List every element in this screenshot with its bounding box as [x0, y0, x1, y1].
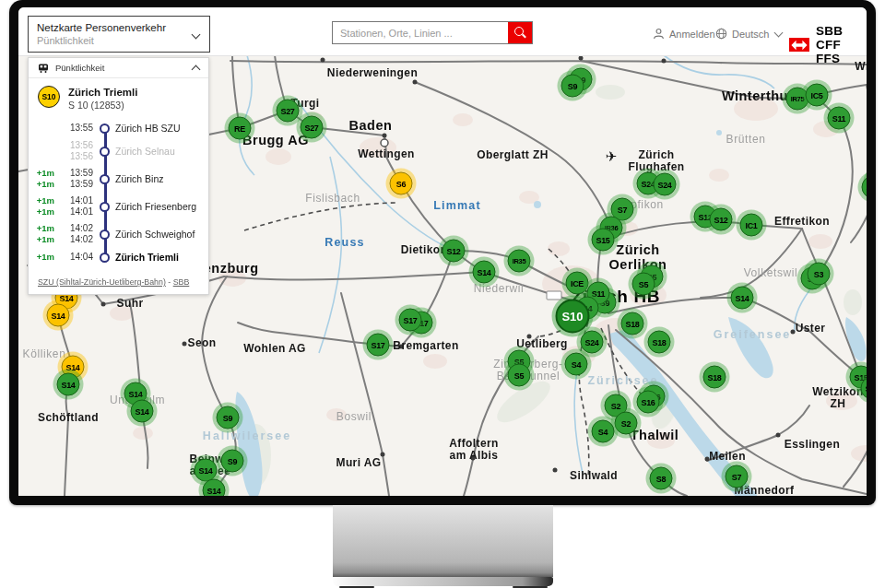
- globe-icon: [715, 28, 727, 40]
- stop-row: +1m+1m14:0214:02Zürich Schweighof: [29, 220, 208, 248]
- layer-selector-dropdown[interactable]: Netzkarte Personenverkehr Pünktlichkeit: [28, 16, 210, 53]
- chevron-down-icon: [774, 29, 784, 38]
- stop-row: +1m+1m14:0114:01Zürich Friesenberg: [29, 193, 208, 220]
- map-label: Suhr: [117, 298, 144, 310]
- map-label: Meilen: [709, 451, 746, 463]
- train-marker-s6[interactable]: S6: [390, 172, 413, 195]
- train-marker-ic5[interactable]: IC5: [806, 84, 829, 107]
- station-dot: [413, 80, 418, 85]
- map-label: Uetliberg: [516, 338, 568, 350]
- station-dot: [579, 56, 584, 61]
- map-label: Greifensee: [714, 328, 792, 341]
- map-label: Niederweningen: [327, 67, 418, 79]
- train-marker-s9[interactable]: S9: [217, 406, 240, 429]
- station-dot: [662, 59, 667, 64]
- map-label: Winterthur: [722, 88, 794, 103]
- train-marker-s2[interactable]: S2: [615, 412, 638, 435]
- train-marker-s14[interactable]: S14: [731, 287, 754, 310]
- train-marker-s11[interactable]: S11: [828, 107, 851, 130]
- sbb-flag-icon: [789, 38, 809, 52]
- train-marker-s10[interactable]: S10: [556, 300, 590, 334]
- train-marker-s5[interactable]: S5: [632, 273, 655, 296]
- sbb-wordmark: SBB CFF FFS: [816, 24, 867, 65]
- stop-name: Zürich Triemli: [115, 252, 208, 263]
- login-label: Anmelden: [669, 29, 715, 40]
- sbb-logo[interactable]: SBB CFF FFS: [789, 24, 867, 65]
- footer-separator: -: [166, 277, 173, 287]
- stop-node: [93, 174, 115, 184]
- panel-header-label: Pünktlichkeit: [55, 63, 186, 73]
- train-marker-s14[interactable]: S14: [473, 261, 496, 284]
- train-marker-s9[interactable]: S9: [561, 75, 584, 98]
- train-marker-s5[interactable]: S5: [508, 364, 531, 387]
- train-marker-s4[interactable]: S4: [565, 353, 588, 376]
- map-label: Effretikon: [774, 216, 830, 228]
- sbb-link[interactable]: SBB: [173, 277, 190, 287]
- station-dot: [321, 58, 325, 63]
- stop-list: 13:55Zürich HB SZU13:5613:56Zürich Selna…: [29, 115, 208, 266]
- train-icon: [38, 64, 49, 73]
- train-marker-s4[interactable]: S4: [592, 420, 615, 443]
- train-marker-s7[interactable]: S7: [726, 465, 749, 488]
- chevron-up-icon[interactable]: [192, 65, 201, 74]
- map-label: Wetzikon ZH: [812, 386, 864, 410]
- train-marker-s15[interactable]: S15: [592, 229, 615, 252]
- stop-name: Zürich HB SZU: [115, 123, 208, 134]
- stop-name: Zürich Friesenberg: [115, 201, 208, 212]
- airport-icon: ✈: [606, 148, 618, 165]
- train-marker-s14[interactable]: S14: [57, 373, 80, 396]
- stop-row: +1m14:04Zürich Triemli: [29, 248, 208, 266]
- punctuality-panel: Pünktlichkeit S10 Zürich Triemli S 10 (1…: [28, 57, 209, 295]
- monitor-frame: NiederweningenTurgiBadenBrugg AGWettinge…: [9, 0, 876, 505]
- app-header: Netzkarte Personenverkehr Pünktlichkeit: [18, 7, 867, 56]
- train-marker-s12[interactable]: S12: [710, 208, 733, 231]
- search-button[interactable]: [508, 22, 532, 43]
- panel-footer: SZU (Sihltal-Zürich-Uetliberg-Bahn) - SB…: [29, 272, 208, 294]
- train-marker-s27[interactable]: S27: [277, 100, 300, 123]
- train-marker-s18[interactable]: S18: [703, 366, 726, 389]
- language-selector[interactable]: Deutsch: [715, 28, 782, 40]
- train-marker-s14[interactable]: S14: [203, 479, 226, 497]
- train-marker-s8[interactable]: S8: [650, 467, 673, 490]
- train-marker-s17[interactable]: S17: [399, 309, 422, 332]
- train-marker-s12[interactable]: S12: [442, 240, 466, 263]
- stop-name: Zürich Schweighof: [115, 229, 208, 240]
- train-marker-s18[interactable]: S18: [621, 312, 644, 335]
- train-marker-s27[interactable]: S27: [301, 116, 324, 139]
- map-label: Esslingen: [785, 439, 840, 451]
- map-label: Hallwilersee: [203, 429, 291, 442]
- train-marker-ir35[interactable]: IR35: [508, 250, 531, 273]
- train-marker-s18[interactable]: S18: [648, 331, 671, 354]
- train-marker-re[interactable]: RE: [229, 117, 252, 140]
- operator-link[interactable]: SZU (Sihltal-Zürich-Uetliberg-Bahn): [38, 277, 166, 287]
- map-label: Sihlwald: [570, 470, 618, 482]
- search-input[interactable]: [333, 22, 508, 43]
- train-marker-s14[interactable]: S14: [131, 400, 154, 423]
- login-link[interactable]: Anmelden: [653, 28, 715, 40]
- train-marker-s14[interactable]: S14: [47, 304, 70, 327]
- train-marker-s24[interactable]: S24: [654, 173, 677, 196]
- stop-node: [93, 123, 115, 134]
- map-label: Oberglatt ZH: [477, 149, 548, 161]
- stop-node: [93, 253, 115, 263]
- map-label: Seon: [188, 337, 217, 349]
- train-marker-s3[interactable]: S3: [808, 263, 831, 286]
- station-dot: [101, 302, 106, 307]
- train-marker-s16[interactable]: S16: [637, 391, 660, 414]
- panel-header: Pünktlichkeit: [29, 58, 208, 78]
- line-badge: S10: [38, 86, 60, 108]
- train-marker-ic1[interactable]: IC1: [740, 214, 763, 237]
- layer-selector-subtitle: Pünktlichkeit: [37, 34, 185, 47]
- train-marker-s17[interactable]: S17: [367, 334, 390, 357]
- map-label: Baden: [349, 118, 393, 133]
- user-icon: [653, 28, 665, 40]
- station-dot: [183, 342, 187, 347]
- map-label: Volketswil: [744, 267, 798, 279]
- train-marker-s24[interactable]: S24: [581, 331, 604, 354]
- train-marker-s9[interactable]: S9: [221, 450, 244, 473]
- search-bar: [332, 21, 533, 44]
- train-marker-ice[interactable]: ICE: [566, 272, 589, 295]
- map-label: Bremgarten: [393, 340, 458, 352]
- map-label: Kölliken: [23, 348, 66, 360]
- stop-row: 13:5613:56Zürich Selnau: [29, 137, 208, 165]
